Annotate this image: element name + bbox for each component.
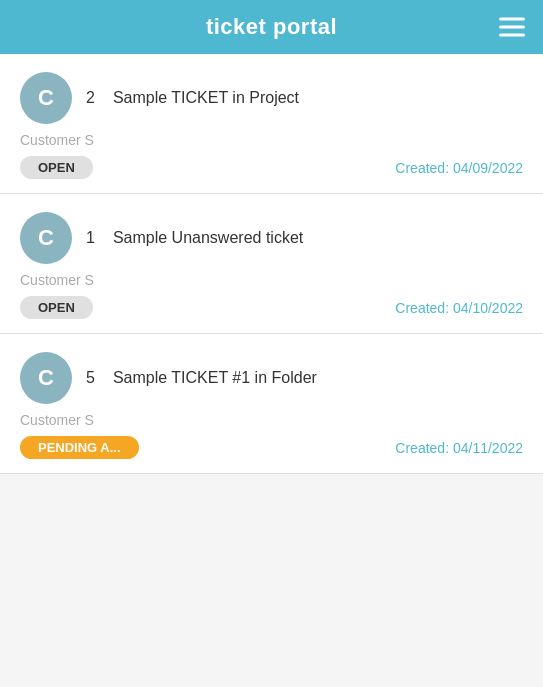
app-title: ticket portal — [206, 14, 337, 40]
ticket-meta: Customer S OPEN Created: 04/09/2022 — [20, 132, 523, 179]
status-badge[interactable]: OPEN — [20, 296, 93, 319]
hamburger-line-1 — [499, 18, 525, 21]
status-badge[interactable]: OPEN — [20, 156, 93, 179]
ticket-number: 1 — [86, 229, 95, 247]
created-date: Created: 04/10/2022 — [395, 300, 523, 316]
ticket-title: Sample TICKET in Project — [113, 89, 299, 107]
customer-name: Customer S — [20, 272, 523, 288]
hamburger-line-3 — [499, 34, 525, 37]
ticket-top-row: C 2 Sample TICKET in Project — [20, 72, 523, 124]
created-date: Created: 04/09/2022 — [395, 160, 523, 176]
ticket-title: Sample TICKET #1 in Folder — [113, 369, 317, 387]
ticket-top-row: C 1 Sample Unanswered ticket — [20, 212, 523, 264]
avatar: C — [20, 72, 72, 124]
ticket-list: C 2 Sample TICKET in Project Customer S … — [0, 54, 543, 474]
ticket-item[interactable]: C 5 Sample TICKET #1 in Folder Customer … — [0, 334, 543, 474]
ticket-bottom-row: OPEN Created: 04/09/2022 — [20, 156, 523, 179]
ticket-bottom-row: PENDING A... Created: 04/11/2022 — [20, 436, 523, 459]
ticket-meta: Customer S PENDING A... Created: 04/11/2… — [20, 412, 523, 459]
ticket-top-row: C 5 Sample TICKET #1 in Folder — [20, 352, 523, 404]
ticket-title: Sample Unanswered ticket — [113, 229, 303, 247]
status-badge[interactable]: PENDING A... — [20, 436, 139, 459]
hamburger-line-2 — [499, 26, 525, 29]
ticket-number: 2 — [86, 89, 95, 107]
customer-name: Customer S — [20, 132, 523, 148]
app-header: ticket portal — [0, 0, 543, 54]
avatar: C — [20, 352, 72, 404]
ticket-item[interactable]: C 2 Sample TICKET in Project Customer S … — [0, 54, 543, 194]
hamburger-menu-icon[interactable] — [499, 18, 525, 37]
ticket-meta: Customer S OPEN Created: 04/10/2022 — [20, 272, 523, 319]
ticket-bottom-row: OPEN Created: 04/10/2022 — [20, 296, 523, 319]
ticket-item[interactable]: C 1 Sample Unanswered ticket Customer S … — [0, 194, 543, 334]
avatar: C — [20, 212, 72, 264]
created-date: Created: 04/11/2022 — [395, 440, 523, 456]
customer-name: Customer S — [20, 412, 523, 428]
ticket-number: 5 — [86, 369, 95, 387]
